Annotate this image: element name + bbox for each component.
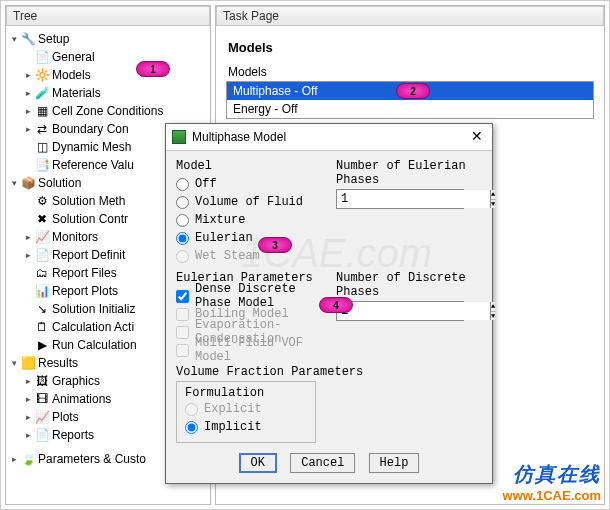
multiphase-dialog: Multiphase Model ✕ Model Off Volume of F… (165, 123, 493, 484)
chevron-right-icon[interactable]: ▸ (22, 228, 34, 246)
discrete-phases-group: Number of Discrete Phases ▲▼ (336, 271, 482, 359)
chevron-right-icon[interactable]: ▸ (22, 372, 34, 390)
radio-mixture[interactable]: Mixture (176, 211, 322, 229)
radio-eulerian[interactable]: Eulerian (176, 229, 322, 247)
radio-label: Off (195, 177, 217, 191)
task-title: Task Page (216, 6, 604, 26)
radio-label: Eulerian (195, 231, 253, 245)
check-label: Multi-Fluid VOF Model (195, 336, 322, 364)
mesh-icon: ◫ (34, 139, 50, 155)
controls-icon: ✖ (34, 211, 50, 227)
radio-implicit[interactable]: Implicit (185, 418, 307, 436)
spin-up-icon[interactable]: ▲ (491, 302, 495, 312)
page-icon: 📄 (34, 49, 50, 65)
help-button[interactable]: Help (369, 453, 420, 473)
app-icon (172, 130, 186, 144)
chevron-right-icon[interactable]: ▸ (22, 102, 34, 120)
chevron-right-icon[interactable]: ▸ (8, 450, 20, 468)
vfp-group: Volume Fraction Parameters Formulation E… (176, 365, 482, 443)
discrete-phases-spinner[interactable]: ▲▼ (336, 301, 464, 321)
tree-label: General (52, 48, 95, 66)
radio-vof[interactable]: Volume of Fluid (176, 193, 322, 211)
model-group: Model Off Volume of Fluid Mixture Euleri… (176, 159, 322, 265)
cancel-button[interactable]: Cancel (290, 453, 355, 473)
flow-icon: ⇄ (34, 121, 50, 137)
dialog-buttons: OK Cancel Help (176, 453, 482, 473)
discrete-phases-label: Number of Discrete Phases (336, 271, 482, 299)
radio-explicit: Explicit (185, 400, 307, 418)
radio-label: Implicit (204, 420, 262, 434)
chevron-right-icon[interactable]: ▸ (22, 120, 34, 138)
chevron-down-icon[interactable]: ▾ (8, 30, 20, 48)
spin-down-icon[interactable]: ▼ (491, 312, 495, 321)
play-icon: ▶ (34, 337, 50, 353)
tree-label: Solution Meth (52, 192, 125, 210)
tree-label: Report Files (52, 264, 117, 282)
chevron-right-icon[interactable]: ▸ (22, 408, 34, 426)
chevron-down-icon[interactable]: ▾ (8, 354, 20, 372)
init-icon: ↘ (34, 301, 50, 317)
radio-label: Wet Steam (195, 249, 260, 263)
model-group-label: Model (176, 159, 322, 173)
leaf-icon: 🍃 (20, 451, 36, 467)
tree-materials[interactable]: ▸ 🧪 Materials (8, 84, 208, 102)
wrench-icon: 🔧 (20, 31, 36, 47)
chevron-down-icon[interactable]: ▾ (8, 174, 20, 192)
radio-label: Mixture (195, 213, 245, 227)
spin-down-icon[interactable]: ▼ (491, 200, 495, 209)
discrete-phases-input[interactable] (337, 302, 490, 320)
tree-label: Solution Initializ (52, 300, 135, 318)
model-item-multiphase[interactable]: Multiphase - Off (227, 82, 593, 100)
dialog-titlebar[interactable]: Multiphase Model ✕ (166, 124, 492, 151)
film-icon: 🎞 (34, 391, 50, 407)
tree-label: Calculation Acti (52, 318, 134, 336)
ok-button[interactable]: OK (239, 453, 277, 473)
chevron-right-icon[interactable]: ▸ (22, 66, 34, 84)
chevron-right-icon[interactable]: ▸ (22, 84, 34, 102)
radio-label: Explicit (204, 402, 262, 416)
model-item-energy[interactable]: Energy - Off (227, 100, 593, 118)
flask-icon: 🧪 (34, 85, 50, 101)
formulation-label: Formulation (185, 386, 307, 400)
tree-label: Monitors (52, 228, 98, 246)
models-listbox[interactable]: Multiphase - Off Energy - Off (226, 81, 594, 119)
gear-icon: ⚙ (34, 193, 50, 209)
tree-label: Run Calculation (52, 336, 137, 354)
chevron-right-icon[interactable]: ▸ (22, 246, 34, 264)
radio-off[interactable]: Off (176, 175, 322, 193)
chevron-right-icon[interactable]: ▸ (22, 390, 34, 408)
spin-up-icon[interactable]: ▲ (491, 190, 495, 200)
tree-setup[interactable]: ▾ 🔧 Setup (8, 30, 208, 48)
tree-label: Reference Valu (52, 156, 134, 174)
tree-label: Animations (52, 390, 111, 408)
vfp-label: Volume Fraction Parameters (176, 365, 482, 379)
ref-icon: 📑 (34, 157, 50, 173)
tree-label: Reports (52, 426, 94, 444)
tree-label: Cell Zone Conditions (52, 102, 163, 120)
eulerian-phases-input[interactable] (337, 190, 490, 208)
grid-icon: ▦ (34, 103, 50, 119)
image-icon: 🖼 (34, 373, 50, 389)
dialog-title: Multiphase Model (192, 130, 286, 144)
close-icon[interactable]: ✕ (468, 128, 486, 146)
eulerian-phases-label: Number of Eulerian Phases (336, 159, 482, 187)
note-icon: 🗒 (34, 319, 50, 335)
radio-label: Volume of Fluid (195, 195, 303, 209)
box-icon: 📦 (20, 175, 36, 191)
radio-wetsteam: Wet Steam (176, 247, 322, 265)
tree-label: Graphics (52, 372, 100, 390)
tree-label: Solution (38, 174, 81, 192)
chart-icon: 📈 (34, 409, 50, 425)
check-ddpm[interactable]: Dense Discrete Phase Model (176, 287, 322, 305)
tree-label: Parameters & Custo (38, 450, 146, 468)
eulerian-phases-spinner[interactable]: ▲▼ (336, 189, 464, 209)
tree-cellzone[interactable]: ▸ ▦ Cell Zone Conditions (8, 102, 208, 120)
check-label: Dense Discrete Phase Model (195, 282, 322, 310)
chevron-right-icon[interactable]: ▸ (22, 426, 34, 444)
tree-general[interactable]: 📄 General (8, 48, 208, 66)
tree-models[interactable]: ▸ 🔆 Models (8, 66, 208, 84)
tree-label: Models (52, 66, 91, 84)
page-icon: 📄 (34, 427, 50, 443)
check-mfvof: Multi-Fluid VOF Model (176, 341, 322, 359)
tree-label: Dynamic Mesh (52, 138, 131, 156)
